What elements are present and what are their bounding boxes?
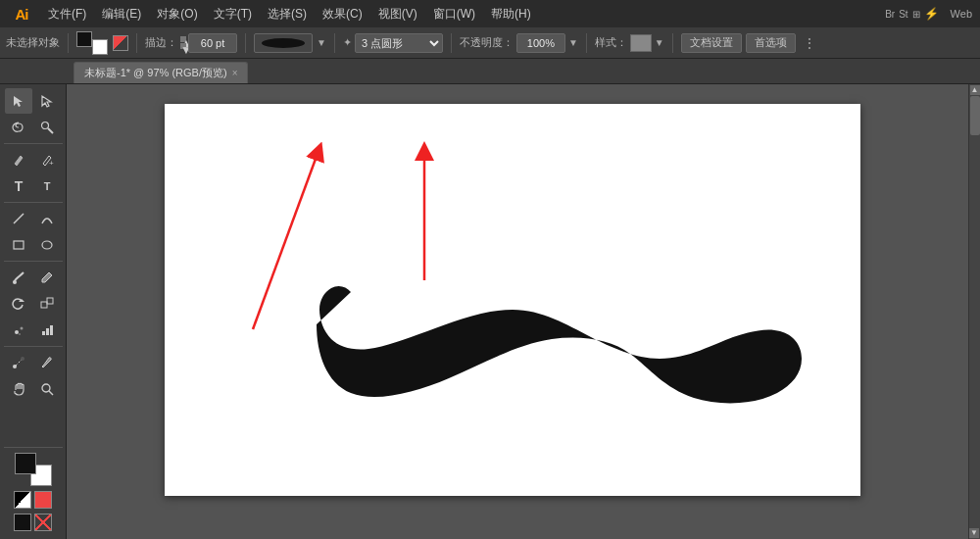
color-box-none[interactable] (34, 514, 52, 531)
tab-close-button[interactable]: × (232, 68, 238, 78)
right-scrollbar[interactable]: ▲ ▼ (968, 84, 980, 539)
svg-point-21 (42, 384, 50, 392)
brush-select[interactable]: 3 点圆形 (355, 33, 443, 53)
title-right: Br St ⊞ ⚡ Web (885, 7, 972, 21)
svg-line-22 (49, 391, 53, 395)
tool-row-3: + (5, 147, 61, 172)
opacity-label: 不透明度： (460, 35, 514, 50)
foreground-color-box[interactable] (15, 453, 36, 474)
sync-icon: ⊞ (912, 9, 920, 20)
scale-tool[interactable] (33, 291, 61, 317)
scroll-up[interactable]: ▲ (970, 85, 980, 95)
select-tool[interactable] (5, 88, 32, 114)
arc-tool[interactable] (33, 206, 61, 231)
swap-colors[interactable] (34, 491, 52, 509)
svg-point-4 (42, 122, 49, 129)
eyedropper-tool[interactable] (33, 350, 61, 375)
magic-wand-tool[interactable] (33, 115, 61, 140)
svg-marker-1 (14, 96, 23, 107)
menu-type[interactable]: 文字(T) (207, 4, 259, 24)
line-tool[interactable] (5, 206, 32, 231)
svg-point-8 (42, 241, 52, 249)
fg-bg-colors[interactable] (15, 453, 52, 486)
blend-tool[interactable] (5, 350, 32, 375)
selection-section: 未选择对象 (6, 35, 60, 50)
svg-point-13 (15, 330, 19, 334)
canvas-area[interactable] (67, 84, 968, 539)
menu-file[interactable]: 文件(F) (41, 4, 93, 24)
tool-sep-3 (4, 261, 63, 262)
menu-object[interactable]: 对象(O) (150, 4, 204, 24)
stroke-label: 描边： (145, 35, 177, 50)
brush-preview[interactable] (254, 33, 313, 53)
svg-point-0 (262, 38, 305, 48)
color-box-fill[interactable] (14, 514, 31, 531)
scroll-down[interactable]: ▼ (969, 528, 979, 538)
style-label: 样式： (595, 35, 627, 50)
svg-line-6 (14, 214, 24, 223)
menu-effect[interactable]: 效果(C) (316, 4, 369, 24)
stroke-down[interactable]: ▼ (180, 43, 186, 49)
default-colors[interactable] (14, 491, 31, 509)
svg-rect-17 (46, 328, 49, 335)
style-preview[interactable] (630, 34, 652, 52)
svg-rect-18 (50, 325, 53, 335)
document-tab[interactable]: 未标题-1* @ 97% (RGB/预览) × (74, 62, 248, 83)
menu-help[interactable]: 帮助(H) (484, 4, 538, 24)
menu-view[interactable]: 视图(V) (371, 4, 424, 24)
opacity-chevron[interactable]: ▼ (568, 37, 578, 48)
tool-row-rotate (5, 291, 61, 317)
stroke-input[interactable] (188, 33, 237, 53)
more-options[interactable]: ⋮ (800, 33, 819, 53)
opacity-input[interactable] (516, 33, 565, 53)
stock-icon: St (899, 9, 907, 20)
brush-chevron[interactable]: ▼ (317, 37, 326, 48)
app-title: Web (951, 8, 972, 20)
svg-point-14 (21, 327, 24, 330)
toolbar: 未选择对象 描边： ▲ ▼ ▼ ✦ 3 点圆形 (0, 27, 980, 59)
color-section (4, 445, 63, 535)
brush-tool[interactable] (5, 265, 32, 290)
main-area: + T T (0, 84, 980, 539)
svg-rect-11 (41, 302, 47, 308)
ellipse-tool[interactable] (33, 232, 61, 258)
pen-tool[interactable] (5, 147, 32, 172)
rect-tool[interactable] (5, 232, 32, 258)
tool-row-symbol (5, 318, 61, 343)
menu-window[interactable]: 窗口(W) (426, 4, 482, 24)
stroke-indicator[interactable] (113, 35, 128, 51)
svg-text:+: + (49, 159, 54, 167)
add-anchor-tool[interactable]: + (33, 147, 61, 172)
symbol-tool[interactable] (5, 318, 32, 343)
brush-stroke-svg (165, 104, 860, 496)
direct-select-tool[interactable] (33, 88, 61, 114)
settings-icon: ⚡ (924, 7, 939, 21)
fill-stroke-section (76, 31, 128, 55)
tool-sep-4 (4, 346, 63, 347)
tool-row-2 (5, 115, 61, 140)
zoom-tool[interactable] (33, 376, 61, 402)
graph-tool[interactable] (33, 318, 61, 343)
menu-edit[interactable]: 编辑(E) (95, 4, 148, 24)
svg-point-15 (19, 333, 21, 335)
rotate-tool[interactable] (5, 291, 32, 317)
type-tool[interactable]: T (5, 173, 32, 199)
bridge-icon: Br (885, 9, 895, 20)
style-chevron[interactable]: ▼ (655, 37, 664, 48)
sep1 (68, 33, 69, 53)
tool-row-1 (5, 88, 61, 114)
fill-color-swatch[interactable] (76, 31, 92, 47)
doc-settings-button[interactable]: 文档设置 (681, 33, 742, 53)
vertical-type-tool[interactable]: T (33, 173, 61, 199)
pencil-tool[interactable] (33, 265, 61, 290)
lasso-tool[interactable] (5, 115, 32, 140)
scroll-thumb[interactable] (970, 96, 980, 135)
svg-rect-7 (14, 241, 24, 249)
hand-tool[interactable] (5, 376, 32, 402)
menu-select[interactable]: 选择(S) (261, 4, 314, 24)
preferences-button[interactable]: 首选项 (746, 33, 796, 53)
tool-row-rect (5, 232, 61, 258)
stroke-up[interactable]: ▲ (180, 36, 186, 42)
stroke-color-swatch[interactable] (92, 39, 108, 55)
svg-rect-12 (47, 298, 53, 304)
